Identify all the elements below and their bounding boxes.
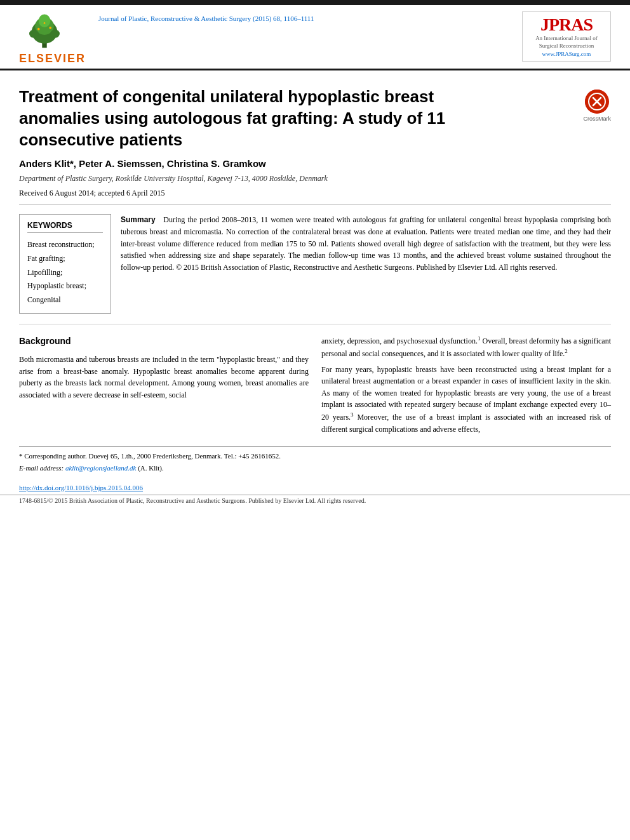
bottom-links: http://dx.doi.org/10.1016/j.bjps.2015.04… <box>0 481 630 495</box>
keyword-1: Breast reconstruction; <box>27 238 103 252</box>
elsevier-brand-name: ELSEVIER <box>19 52 86 65</box>
background-para2: anxiety, depression, and psychosexual dy… <box>321 335 611 359</box>
abstract-text: Summary During the period 2008–2013, 11 … <box>121 214 611 273</box>
footnote-section: * Corresponding author. Duevej 65, 1.th.… <box>19 446 611 473</box>
article-content: Treatment of congenital unilateral hypop… <box>0 70 630 481</box>
email-link[interactable]: aklit@regionsjaelland.dk <box>65 464 136 472</box>
received-date: Received 6 August 2014; accepted 6 April… <box>19 189 611 205</box>
article-title-section: Treatment of congenital unilateral hypop… <box>19 86 611 150</box>
ref-2: 2 <box>565 348 568 354</box>
crossmark-button[interactable]: CrossMark <box>583 90 611 122</box>
abstract-section: KEYWORDS Breast reconstruction; Fat graf… <box>19 214 611 314</box>
keyword-5: Congenital <box>27 293 103 307</box>
keyword-2: Fat grafting; <box>27 252 103 266</box>
jpras-logo-box: JPRAS An International Journal of Surgic… <box>522 11 611 62</box>
crossmark-label: CrossMark <box>583 116 611 122</box>
background-para3: For many years, hypoplastic breasts have… <box>321 364 611 436</box>
summary-label: Summary <box>121 215 156 224</box>
copyright-bar: 1748-6815/© 2015 British Association of … <box>0 495 630 506</box>
header-section: ELSEVIER Journal of Plastic, Reconstruct… <box>0 5 630 70</box>
background-heading: Background <box>19 335 309 349</box>
keywords-list: Breast reconstruction; Fat grafting; Lip… <box>27 238 103 307</box>
svg-point-6 <box>37 28 40 30</box>
svg-point-5 <box>50 30 60 38</box>
divider-1 <box>19 324 611 324</box>
crossmark-icon <box>585 90 609 114</box>
doi-link[interactable]: http://dx.doi.org/10.1016/j.bjps.2015.04… <box>19 484 143 491</box>
jpras-url[interactable]: www.JPRASurg.com <box>529 51 604 57</box>
keyword-4: Hypoplastic breast; <box>27 279 103 293</box>
affiliation: Department of Plastic Surgery, Roskilde … <box>19 174 611 183</box>
elsevier-logo: ELSEVIER <box>19 11 86 65</box>
email-line: E-mail address: aklit@regionsjaelland.dk… <box>19 463 611 474</box>
journal-citation: Journal of Plastic, Reconstructive & Aes… <box>86 11 522 22</box>
keywords-box: KEYWORDS Breast reconstruction; Fat graf… <box>19 214 111 314</box>
article-title: Treatment of congenital unilateral hypop… <box>19 86 476 150</box>
elsevier-tree-icon <box>19 11 70 50</box>
corresponding-author: * Corresponding author. Duevej 65, 1.th.… <box>19 451 611 462</box>
background-para1: Both micromastia and tuberous breasts ar… <box>19 354 309 401</box>
keywords-title: KEYWORDS <box>27 221 103 233</box>
right-column: anxiety, depression, and psychosexual dy… <box>321 335 611 439</box>
copyright-text: 1748-6815/© 2015 British Association of … <box>19 497 366 504</box>
jpras-title: JPRAS <box>529 16 604 34</box>
authors: Anders Klit*, Peter A. Siemssen, Christi… <box>19 158 611 169</box>
jpras-subtitle: An International Journal of Surgical Rec… <box>529 35 604 50</box>
body-columns: Background Both micromastia and tuberous… <box>19 335 611 439</box>
svg-point-3 <box>39 15 50 27</box>
svg-point-7 <box>49 27 51 29</box>
left-column: Background Both micromastia and tuberous… <box>19 335 309 439</box>
top-bar <box>0 0 630 5</box>
abstract-body: During the period 2008–2013, 11 women we… <box>121 215 611 271</box>
keyword-3: Lipofilling; <box>27 266 103 280</box>
abstract-text-box: Summary During the period 2008–2013, 11 … <box>121 214 611 314</box>
svg-point-4 <box>29 30 39 38</box>
svg-point-8 <box>44 22 46 24</box>
